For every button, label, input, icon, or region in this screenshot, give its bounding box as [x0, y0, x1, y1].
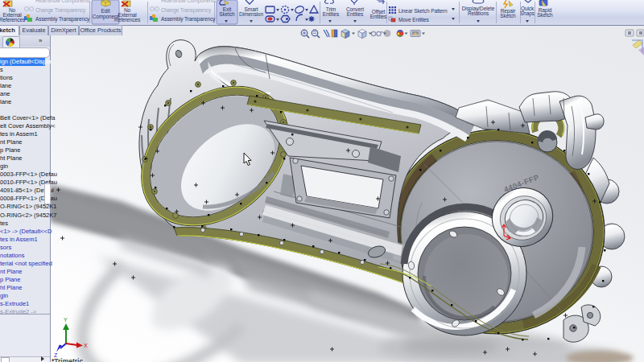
svg-text:*Trimetric: *Trimetric — [52, 357, 83, 362]
svg-text:X: X — [84, 343, 88, 348]
svg-text:Y: Y — [64, 317, 68, 323]
